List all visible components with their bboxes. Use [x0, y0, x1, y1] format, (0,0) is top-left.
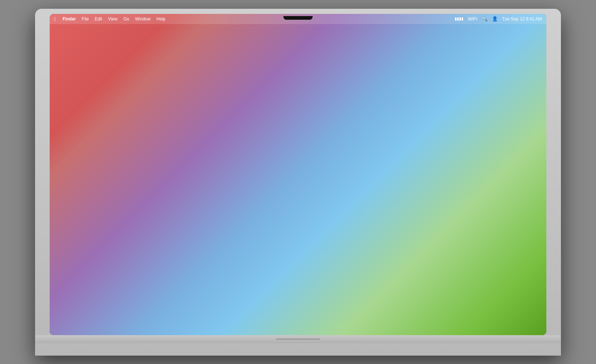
menu-right: ▮▮▮▮ WiFi 🔍 👤 Tue Sep 12 9:41 AM [455, 16, 542, 22]
menu-edit[interactable]: Edit [92, 14, 105, 24]
menu-go[interactable]: Go [121, 14, 132, 24]
camera-notch [283, 16, 313, 20]
wifi-icon: WiFi [468, 16, 477, 22]
menu-finder[interactable]: Finder [60, 14, 79, 24]
menu-file[interactable]: File [79, 14, 92, 24]
battery-icon: ▮▮▮▮ [455, 16, 463, 21]
screen:  Finder File Edit View Go Window Help ▮… [50, 14, 546, 335]
user-icon[interactable]: 👤 [492, 16, 498, 22]
menu-window[interactable]: Window [132, 14, 154, 24]
apple-menu[interactable]:  [54, 16, 56, 22]
laptop-bezel:  Finder File Edit View Go Window Help ▮… [50, 14, 546, 335]
trackpad-indicator [276, 338, 320, 340]
desktop-background:  Finder File Edit View Go Window Help ▮… [50, 14, 546, 335]
menu-help[interactable]: Help [153, 14, 168, 24]
menu-datetime: Tue Sep 12 9:41 AM [502, 16, 542, 22]
laptop-shell:  Finder File Edit View Go Window Help ▮… [35, 9, 561, 356]
laptop-chin [35, 335, 561, 343]
search-icon[interactable]: 🔍 [482, 16, 488, 22]
menu-view[interactable]: View [105, 14, 121, 24]
